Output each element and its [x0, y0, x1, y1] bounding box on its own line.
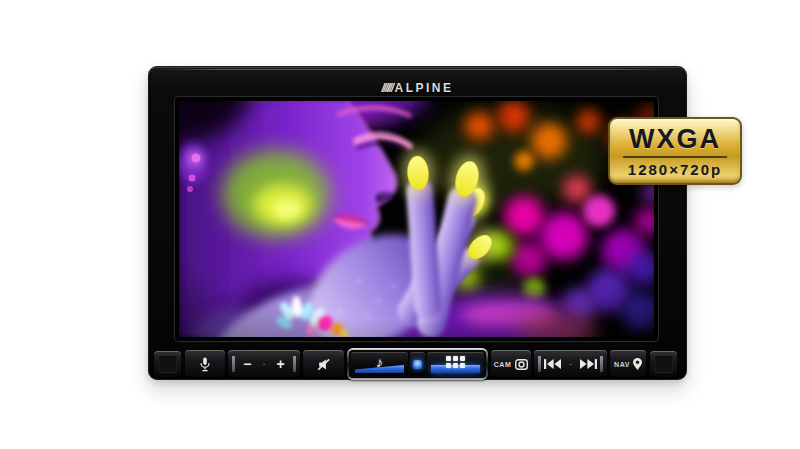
volume-rocker[interactable]: − · + [228, 350, 300, 378]
nav-button[interactable]: NAV [610, 350, 646, 378]
center-button-module: ♪ [347, 348, 488, 380]
music-note-icon: ♪ [376, 355, 383, 369]
badge-subtitle: 1280×720p [628, 162, 722, 177]
wxga-resolution-badge: WXGA 1280×720p [608, 117, 742, 185]
volume-up-label[interactable]: + [277, 357, 285, 371]
camera-button[interactable]: CAM [491, 350, 531, 378]
microphone-icon [199, 357, 211, 372]
camera-icon [515, 359, 528, 370]
screen-bezel [176, 98, 657, 340]
rocker-end-cap [232, 356, 235, 372]
next-track-icon[interactable] [580, 359, 597, 369]
left-corner-button-face [159, 356, 177, 373]
badge-title: WXGA [629, 126, 721, 153]
camera-button-label: CAM [494, 361, 511, 368]
right-corner-button-face [655, 356, 673, 373]
app-grid-icon [446, 356, 465, 368]
rocker-end-cap [600, 356, 603, 372]
touchscreen[interactable] [179, 101, 654, 337]
brand-logo-slashes: ////// [381, 81, 392, 95]
rocker-center-dot: · [569, 360, 572, 369]
home-button[interactable] [410, 352, 425, 376]
nav-button-label: NAV [614, 361, 630, 368]
center-button-module-inner: ♪ [349, 350, 486, 378]
volume-down-label[interactable]: − [243, 357, 251, 371]
vignette [179, 101, 654, 337]
rocker-end-cap [538, 356, 541, 372]
head-unit: //////ALPINE [148, 66, 687, 380]
left-corner-button[interactable] [154, 351, 181, 378]
previous-track-icon[interactable] [544, 359, 561, 369]
home-square-icon [413, 360, 422, 369]
page: //////ALPINE [0, 0, 800, 449]
rocker-end-cap [293, 356, 296, 372]
audio-source-button[interactable]: ♪ [351, 352, 408, 376]
screen-artwork [179, 101, 654, 337]
apps-menu-button[interactable] [427, 352, 484, 376]
speaker-muted-icon [317, 358, 330, 371]
mute-button[interactable] [303, 350, 344, 378]
brand-logo-text: ALPINE [395, 81, 454, 95]
seek-rocker[interactable]: · [534, 350, 607, 378]
badge-divider [623, 156, 727, 158]
right-corner-button[interactable] [650, 351, 677, 378]
rocker-center-dot: · [263, 360, 266, 369]
voice-mic-button[interactable] [185, 350, 225, 378]
brand-logo: //////ALPINE [149, 82, 686, 94]
map-pin-icon [633, 358, 642, 370]
